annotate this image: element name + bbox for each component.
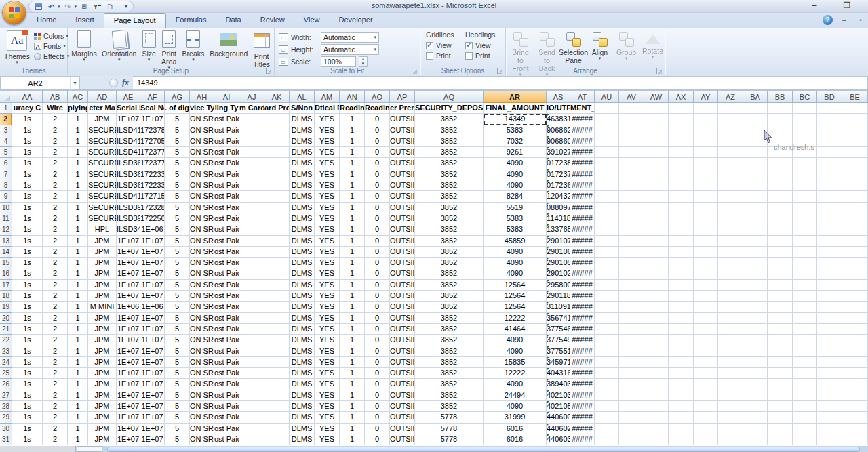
- cell-AL26[interactable]: DLMS: [290, 379, 315, 390]
- cell-AH27[interactable]: ON SRE: [190, 390, 214, 401]
- cell-AT7[interactable]: #####: [570, 169, 595, 180]
- cell-AQ28[interactable]: 3852: [415, 401, 484, 412]
- cell-AU20[interactable]: [595, 313, 619, 324]
- cell-AG14[interactable]: 5: [165, 247, 190, 258]
- cell-BE10[interactable]: [842, 203, 868, 213]
- cell-BE22[interactable]: [842, 335, 868, 346]
- cell-AP3[interactable]: OUTSIDI: [390, 125, 415, 136]
- cell-AI29[interactable]: ost Paid: [214, 412, 239, 423]
- cell-AH30[interactable]: ON SRE: [190, 424, 214, 434]
- cell-BD8[interactable]: [817, 180, 842, 191]
- cell-AQ15[interactable]: 3852: [415, 258, 484, 268]
- cell-AJ4[interactable]: [239, 136, 264, 147]
- cell-AI27[interactable]: ost Paid: [214, 390, 239, 401]
- cell-AP29[interactable]: OUTSIDI: [390, 412, 415, 423]
- cell-AK14[interactable]: [264, 247, 290, 258]
- cell-AO13[interactable]: 0: [365, 236, 390, 247]
- cell-AI23[interactable]: ost Paid: [214, 346, 239, 357]
- name-box-dropdown-icon[interactable]: ▼: [70, 77, 79, 90]
- cell-AM24[interactable]: YES: [315, 357, 340, 368]
- cell-AL12[interactable]: DLMS: [290, 224, 315, 235]
- cell-AU26[interactable]: [595, 379, 619, 390]
- cell-AS1[interactable]: IO/UTR: [547, 103, 570, 114]
- cell-AQ19[interactable]: 3852: [415, 302, 484, 312]
- cell-AH18[interactable]: ON SRE: [190, 291, 214, 302]
- cell-BC23[interactable]: [793, 346, 817, 357]
- cell-AT22[interactable]: #####: [570, 335, 595, 346]
- cell-AC24[interactable]: 1: [68, 357, 88, 368]
- cell-AK23[interactable]: [264, 346, 290, 357]
- cell-AB14[interactable]: 2: [43, 247, 68, 258]
- cell-AA17[interactable]: 1s: [12, 280, 43, 291]
- horizontal-scrollbar[interactable]: [107, 447, 860, 452]
- office-button[interactable]: [2, 1, 26, 25]
- cell-AZ2[interactable]: [718, 114, 743, 125]
- cell-AB11[interactable]: 2: [43, 213, 68, 224]
- cell-AY18[interactable]: [694, 291, 718, 302]
- cell-AT9[interactable]: #####: [570, 191, 595, 202]
- cell-BD6[interactable]: [817, 158, 842, 169]
- cell-AZ24[interactable]: [718, 357, 743, 368]
- cell-AV22[interactable]: [619, 335, 644, 346]
- cell-AR19[interactable]: 12564: [484, 302, 547, 312]
- cell-AB3[interactable]: 2: [43, 125, 68, 136]
- cell-AX5[interactable]: [669, 147, 694, 158]
- cell-AN8[interactable]: 1: [340, 180, 365, 191]
- cell-AJ8[interactable]: [239, 180, 264, 191]
- cell-AX22[interactable]: [669, 335, 694, 346]
- cell-AH5[interactable]: ON SRE: [190, 147, 214, 158]
- cell-AQ22[interactable]: 3852: [415, 335, 484, 346]
- cell-AI2[interactable]: ost Paid: [214, 114, 239, 125]
- cell-AP17[interactable]: OUTSIDI: [390, 280, 415, 291]
- cell-AZ28[interactable]: [718, 401, 743, 412]
- cell-AA18[interactable]: 1s: [12, 291, 43, 302]
- cell-AQ5[interactable]: 3852: [415, 147, 484, 158]
- cell-AB27[interactable]: 2: [43, 390, 68, 401]
- insert-function-icon[interactable]: fx: [122, 78, 129, 88]
- column-header-AZ[interactable]: AZ: [718, 91, 743, 103]
- cell-AA2[interactable]: 1s: [12, 114, 43, 125]
- cell-AV4[interactable]: [619, 136, 644, 147]
- cell-AN18[interactable]: 1: [340, 291, 365, 302]
- cell-AR11[interactable]: 5383: [484, 213, 547, 224]
- cell-AR13[interactable]: 45859: [484, 236, 547, 247]
- cell-BD22[interactable]: [817, 335, 842, 346]
- cell-AA29[interactable]: 1s: [12, 412, 43, 423]
- cell-AJ13[interactable]: [239, 236, 264, 247]
- cell-BA28[interactable]: [743, 401, 768, 412]
- cell-BC7[interactable]: [793, 169, 817, 180]
- cell-AJ6[interactable]: [239, 158, 264, 169]
- cell-AF24[interactable]: 1E+07: [140, 357, 165, 368]
- cell-AS30[interactable]: 440602: [547, 424, 570, 434]
- cell-AO3[interactable]: 0: [365, 125, 390, 136]
- cell-AO10[interactable]: 0: [365, 203, 390, 213]
- cell-AQ27[interactable]: 3852: [415, 390, 484, 401]
- cell-AD16[interactable]: JPM: [88, 268, 117, 279]
- cell-AZ3[interactable]: [718, 125, 743, 136]
- cell-AE5[interactable]: ILSD411: [117, 147, 140, 158]
- cell-AI31[interactable]: ost Paid: [214, 434, 239, 445]
- cell-AJ12[interactable]: [239, 224, 264, 235]
- cell-AR25[interactable]: 12222: [484, 368, 547, 379]
- cell-AS4[interactable]: 9068601: [547, 136, 570, 147]
- cell-BB13[interactable]: [768, 236, 793, 247]
- cell-AT20[interactable]: #####: [570, 313, 595, 324]
- cell-AK7[interactable]: [264, 169, 290, 180]
- cell-AN26[interactable]: 1: [340, 379, 365, 390]
- cell-BE6[interactable]: [842, 158, 868, 169]
- row-header-8[interactable]: 8: [0, 180, 12, 191]
- cell-BC18[interactable]: [793, 291, 817, 302]
- cell-AK27[interactable]: [264, 390, 290, 401]
- height-dropdown[interactable]: Automatic▾: [321, 44, 379, 55]
- cell-AZ30[interactable]: [718, 424, 743, 434]
- cell-BA8[interactable]: [743, 180, 768, 191]
- cell-AQ1[interactable]: SECURITY_DEPOSIT: [415, 103, 484, 114]
- cell-AW12[interactable]: [644, 224, 669, 235]
- cell-AN28[interactable]: 1: [340, 401, 365, 412]
- cell-AW1[interactable]: [644, 103, 669, 114]
- cell-AL31[interactable]: DLMS: [290, 434, 315, 445]
- cell-BC20[interactable]: [793, 313, 817, 324]
- cell-AK15[interactable]: [264, 258, 290, 268]
- cell-AE17[interactable]: 1E+07: [117, 280, 140, 291]
- row-header-31[interactable]: 31: [0, 434, 12, 445]
